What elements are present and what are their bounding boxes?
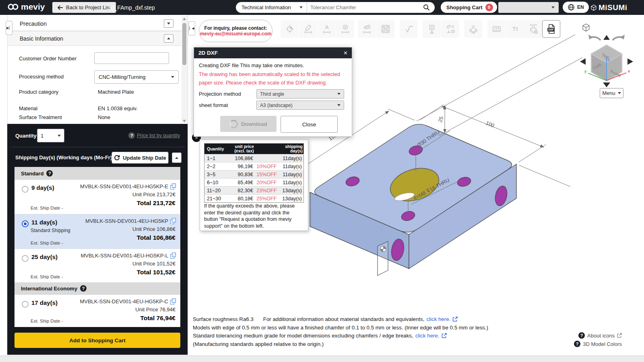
external-link-icon[interactable] bbox=[452, 317, 458, 322]
basic-info-collapse-button[interactable] bbox=[164, 34, 173, 43]
update-ship-date-button[interactable]: Update Ship Date bbox=[111, 152, 169, 164]
part-number: MVBLK-SSN-DEV001-4EU-HG5KP-E bbox=[80, 183, 175, 189]
add-to-shopping-cart-button[interactable]: Add to Shopping Cart bbox=[14, 333, 180, 348]
svg-text:123: 123 bbox=[494, 27, 499, 30]
surface-roughness-button[interactable] bbox=[400, 20, 418, 38]
customer-order-input[interactable] bbox=[94, 52, 169, 64]
rotate-left-arrowhead[interactable] bbox=[588, 35, 593, 39]
sheet-format-select[interactable]: A3 (landscape) bbox=[256, 101, 344, 110]
copy-icon[interactable] bbox=[170, 183, 175, 189]
scrollbar-up-icon[interactable] bbox=[183, 18, 186, 20]
text-annotation-button[interactable]: Tt bbox=[506, 20, 524, 38]
processing-method-value: CNC-Milling/Turning bbox=[99, 74, 146, 80]
measurement-button[interactable]: 123 bbox=[487, 20, 506, 38]
shipping-option-11days[interactable]: 11 day(s) Standard Shipping MVBLK-SSN-DE… bbox=[14, 214, 180, 249]
radio-17days[interactable] bbox=[22, 301, 29, 308]
text-dimension-button[interactable]: A bbox=[318, 20, 336, 38]
search-icon[interactable] bbox=[423, 4, 430, 11]
rotate-down-arrow[interactable] bbox=[603, 82, 610, 87]
price-list-link[interactable]: ? Price list by quantity bbox=[128, 132, 180, 139]
quantity-select[interactable]: 1 bbox=[37, 129, 64, 142]
six-views-button[interactable]: 6VIEWS bbox=[524, 20, 542, 38]
radio-25days[interactable] bbox=[22, 255, 29, 262]
shipping-option-25days[interactable]: 25 day(s) MVBLK-SSN-DEV001-4EU-HG5KP-L U… bbox=[14, 249, 180, 283]
copy-icon[interactable] bbox=[170, 253, 175, 259]
sidebar-expand-handle[interactable]: ▶▏ bbox=[6, 21, 12, 35]
help-icon: ? bbox=[574, 341, 580, 347]
download-label: Download bbox=[241, 121, 267, 127]
edge-chamfer-button[interactable] bbox=[464, 20, 482, 38]
copy-icon[interactable] bbox=[170, 298, 175, 304]
cube-mode-icon[interactable] bbox=[583, 24, 589, 32]
rotate-up-arrow[interactable] bbox=[603, 35, 610, 40]
radio-11days-selected[interactable] bbox=[22, 220, 29, 227]
project-dropdown[interactable] bbox=[498, 2, 559, 13]
basic-info-title: Basic Information bbox=[20, 35, 63, 42]
total-price: Total 76,94€ bbox=[140, 315, 175, 322]
language-button[interactable]: EN bbox=[563, 2, 589, 13]
bottom-scroll-strip[interactable] bbox=[0, 356, 644, 362]
view-cube-widget[interactable]: Top Left Front y x z bbox=[564, 20, 644, 88]
cart-label: Shopping Cart bbox=[446, 4, 483, 10]
sidebar-scrollbar-thumb[interactable] bbox=[182, 23, 186, 65]
material-standards-link[interactable]: click here. bbox=[426, 316, 450, 322]
viewer-menu-button[interactable]: Menu bbox=[600, 88, 623, 98]
3d-model-colors-link[interactable]: ? 3D Model Colors bbox=[574, 341, 622, 347]
dxf-file-icon: DXF bbox=[546, 23, 557, 35]
shopping-cart-button[interactable]: Shopping Cart 0 bbox=[441, 2, 497, 13]
surface-treatment-value: None bbox=[98, 114, 110, 120]
datum-symbol-button[interactable]: A bbox=[423, 20, 441, 38]
locate-dimension-button[interactable] bbox=[281, 20, 299, 38]
shipping-collapse-button[interactable] bbox=[172, 152, 182, 163]
chevron-down-icon bbox=[551, 6, 555, 8]
dxf-export-button[interactable]: DXF bbox=[542, 20, 560, 38]
shipping-options-card: Standard ? 9 day(s) MVBLK-SSN-DEV001-4EU… bbox=[14, 167, 180, 327]
infinity-logo-icon bbox=[7, 3, 19, 10]
copy-icon[interactable] bbox=[170, 218, 175, 224]
chevron-up-icon bbox=[167, 37, 170, 39]
chevron-up-icon bbox=[175, 157, 178, 159]
shipping-option-9days[interactable]: 9 day(s) MVBLK-SSN-DEV001-4EU-HG5KP-E Un… bbox=[14, 180, 180, 214]
geometric-tolerance-button[interactable] bbox=[441, 20, 459, 38]
edit-dimension-button[interactable] bbox=[299, 20, 317, 38]
back-to-project-list-button[interactable]: Back to Project List bbox=[52, 2, 116, 13]
search-input[interactable] bbox=[307, 4, 423, 10]
tolerancing-link[interactable]: click here. bbox=[415, 333, 440, 339]
2d-dxf-dialog: 2D DXF × Creating DXF file This may take… bbox=[194, 47, 352, 137]
part-number: MVBLK-SSN-DEV001-4EU-HG5KP bbox=[85, 218, 175, 224]
rotate-right-arrowhead[interactable] bbox=[620, 35, 625, 39]
refresh-icon bbox=[114, 155, 120, 161]
price-note: If the quantity exceeds the above, pleas… bbox=[204, 203, 305, 229]
close-icon[interactable]: × bbox=[344, 50, 347, 56]
download-button[interactable]: Download bbox=[220, 116, 277, 132]
search-category-dropdown[interactable]: Technical Information bbox=[236, 2, 307, 13]
help-icon: ? bbox=[128, 132, 135, 139]
material-value: EN 1.0038 equiv. bbox=[98, 105, 138, 111]
close-button[interactable]: Close bbox=[281, 116, 338, 133]
part-number-text: MVBLK-SSN-DEV001-4EU-HG5KP-C bbox=[80, 298, 168, 304]
language-code: EN bbox=[577, 4, 584, 10]
table-row: 21~3080,18€25%OFF13day(s) bbox=[204, 195, 304, 203]
total-price: Total 106,86€ bbox=[137, 234, 175, 241]
hole-group-button[interactable] bbox=[376, 20, 394, 38]
svg-text:6VIEWS: 6VIEWS bbox=[529, 24, 537, 26]
rotate-right-arrow[interactable] bbox=[627, 58, 633, 65]
table-row: 1~1106,86€11day(s) bbox=[204, 154, 304, 162]
hide-dimension-button[interactable] bbox=[358, 20, 376, 38]
contact-email: meviy-eu@misumi-europe.com bbox=[200, 31, 272, 37]
about-icons-link[interactable]: ? About icons bbox=[578, 332, 622, 339]
scrollbar-down-icon[interactable] bbox=[183, 120, 186, 122]
projection-method-select[interactable]: Third angle bbox=[256, 89, 344, 99]
menu-label: Menu bbox=[602, 90, 615, 96]
machined-plate-model[interactable] bbox=[310, 124, 516, 276]
precaution-expand-button[interactable] bbox=[164, 19, 173, 28]
total-price: Total 101,52€ bbox=[137, 269, 175, 276]
help-icon: ? bbox=[80, 285, 87, 292]
unit-price: Unit Price 106,86€ bbox=[132, 226, 175, 232]
external-link-icon[interactable] bbox=[442, 333, 447, 338]
rotate-left-arrow[interactable] bbox=[580, 58, 586, 65]
radio-9days[interactable] bbox=[22, 186, 29, 193]
processing-method-select[interactable]: CNC-Milling/Turning bbox=[94, 70, 179, 84]
delete-dimension-button[interactable] bbox=[336, 20, 354, 38]
shipping-option-17days[interactable]: 17 day(s) MVBLK-SSN-DEV001-4EU-HG5KP-C U… bbox=[14, 294, 180, 327]
